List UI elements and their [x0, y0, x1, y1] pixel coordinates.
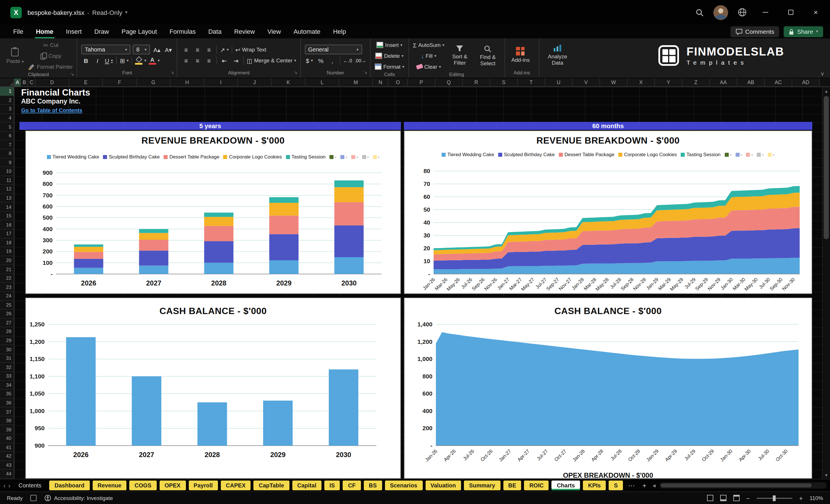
- grow-font-button[interactable]: A▴: [153, 44, 162, 54]
- horizontal-scrollbar[interactable]: [660, 482, 827, 489]
- column-header-S[interactable]: S: [490, 78, 518, 87]
- row-header-37[interactable]: 37: [0, 408, 14, 416]
- menu-tab-data[interactable]: Data: [202, 25, 228, 38]
- sheet-tab-bs[interactable]: BS: [364, 480, 382, 490]
- row-header-7[interactable]: 7: [0, 140, 14, 149]
- sheet-tab-valuation[interactable]: Valuation: [425, 480, 461, 490]
- tab-nav-left-icon[interactable]: ‹: [3, 482, 5, 489]
- fill-button[interactable]: ↓Fill▾: [413, 51, 444, 61]
- menu-tab-view[interactable]: View: [261, 25, 287, 38]
- column-header-Z[interactable]: Z: [682, 78, 710, 87]
- row-header-30[interactable]: 30: [0, 345, 14, 354]
- delete-cells-button[interactable]: Delete▾: [375, 51, 404, 61]
- increase-decimal-button[interactable]: ←.0: [343, 56, 352, 65]
- tab-nav-right-icon[interactable]: ›: [8, 482, 10, 489]
- align-right-button[interactable]: ≡: [204, 56, 214, 65]
- maximize-button[interactable]: [781, 3, 800, 22]
- row-header-26[interactable]: 26: [0, 310, 14, 318]
- sheet-tab-contents[interactable]: Contents: [13, 480, 46, 490]
- row-header-42[interactable]: 42: [0, 452, 14, 461]
- comments-button[interactable]: Comments: [730, 26, 779, 37]
- row-header-22[interactable]: 22: [0, 274, 14, 283]
- close-button[interactable]: ×: [806, 3, 825, 22]
- row-header-39[interactable]: 39: [0, 426, 14, 434]
- row-header-43[interactable]: 43: [0, 461, 14, 470]
- environment-globe-icon[interactable]: [734, 4, 750, 20]
- column-header-I[interactable]: I: [204, 78, 238, 87]
- sheet-tab-cogs[interactable]: COGS: [130, 480, 157, 490]
- scroll-down-icon[interactable]: ▼: [823, 471, 830, 479]
- select-all-corner[interactable]: [0, 78, 14, 87]
- row-header-27[interactable]: 27: [0, 318, 14, 327]
- number-format-select[interactable]: General▾: [305, 44, 362, 54]
- menu-tab-automate[interactable]: Automate: [287, 25, 327, 38]
- sheet-tab-scenarios[interactable]: Scenarios: [385, 480, 422, 490]
- menu-tab-help[interactable]: Help: [327, 25, 352, 38]
- normal-view-icon[interactable]: [707, 495, 713, 501]
- column-header-H[interactable]: H: [170, 78, 204, 87]
- row-header-10[interactable]: 10: [0, 167, 14, 176]
- sheet-tab-capex[interactable]: CAPEX: [221, 480, 251, 490]
- column-header-D[interactable]: D: [35, 78, 69, 87]
- column-header-C[interactable]: C: [28, 78, 35, 87]
- column-header-AB[interactable]: AB: [737, 78, 765, 87]
- row-header-17[interactable]: 17: [0, 229, 14, 238]
- align-middle-button[interactable]: ≡: [193, 44, 202, 54]
- insert-cells-button[interactable]: Insert▾: [375, 40, 404, 50]
- sheet-tab-revenue[interactable]: Revenue: [92, 480, 126, 490]
- comma-format-button[interactable]: ,: [328, 56, 337, 65]
- row-header-18[interactable]: 18: [0, 238, 14, 247]
- horizontal-scroll-thumb[interactable]: [661, 483, 812, 487]
- column-header-X[interactable]: X: [628, 78, 655, 87]
- zoom-in-button[interactable]: +: [799, 495, 803, 501]
- row-header-20[interactable]: 20: [0, 256, 14, 265]
- align-left-button[interactable]: ≡: [182, 56, 191, 65]
- row-header-41[interactable]: 41: [0, 443, 14, 452]
- collapse-ribbon-icon[interactable]: ∨: [821, 71, 824, 77]
- row-header-38[interactable]: 38: [0, 416, 14, 426]
- menu-tab-home[interactable]: Home: [29, 25, 60, 38]
- orientation-button[interactable]: ↗ ▾: [220, 44, 229, 54]
- row-header-2[interactable]: 2: [0, 96, 14, 105]
- row-header-34[interactable]: 34: [0, 381, 14, 389]
- currency-format-button[interactable]: $▾: [305, 56, 314, 65]
- menu-tab-page-layout[interactable]: Page Layout: [115, 25, 163, 38]
- column-header-A[interactable]: A: [14, 78, 21, 87]
- menu-tab-review[interactable]: Review: [228, 25, 261, 38]
- row-header-31[interactable]: 31: [0, 354, 14, 363]
- row-header-14[interactable]: 14: [0, 203, 14, 212]
- hscroll-left-icon[interactable]: ◄: [651, 482, 657, 488]
- zoom-slider-thumb[interactable]: [773, 495, 776, 501]
- column-header-N[interactable]: N: [373, 78, 388, 87]
- row-header-19[interactable]: 19: [0, 247, 14, 256]
- paste-button[interactable]: Paste ▾: [4, 46, 26, 65]
- row-header-35[interactable]: 35: [0, 389, 14, 399]
- merge-center-button[interactable]: ◫Merge & Center▾: [247, 56, 296, 65]
- shrink-font-button[interactable]: A▾: [164, 44, 173, 54]
- new-sheet-button[interactable]: +: [640, 481, 649, 490]
- find-select-button[interactable]: Find & Select: [475, 44, 501, 67]
- column-header-W[interactable]: W: [600, 78, 628, 87]
- sheet-tab-dashboard[interactable]: Dashboard: [50, 480, 90, 490]
- format-painter-button[interactable]: Format Painter: [29, 62, 73, 71]
- align-bottom-button[interactable]: ≡: [204, 44, 214, 54]
- zoom-out-button[interactable]: −: [746, 495, 750, 501]
- row-header-11[interactable]: 11: [0, 176, 14, 185]
- column-header-V[interactable]: V: [573, 78, 600, 87]
- borders-button[interactable]: ⊞ ▾: [120, 56, 129, 65]
- wrap-text-button[interactable]: ↩Wrap Text: [235, 44, 266, 54]
- row-header-25[interactable]: 25: [0, 301, 14, 310]
- zoom-slider[interactable]: [757, 497, 792, 499]
- column-header-AC[interactable]: AC: [765, 78, 792, 87]
- column-header-F[interactable]: F: [103, 78, 137, 87]
- row-header-6[interactable]: 6: [0, 132, 14, 140]
- column-header-R[interactable]: R: [463, 78, 490, 87]
- column-header-M[interactable]: M: [339, 78, 373, 87]
- row-header-8[interactable]: 8: [0, 149, 14, 158]
- share-button[interactable]: Share ▾: [784, 26, 823, 37]
- decrease-decimal-button[interactable]: .00→: [355, 56, 366, 65]
- menu-tab-file[interactable]: File: [7, 25, 29, 38]
- font-color-button[interactable]: A▾: [149, 56, 160, 65]
- format-cells-button[interactable]: Format▾: [375, 62, 404, 71]
- sheet-tab-capital[interactable]: Capital: [292, 480, 321, 490]
